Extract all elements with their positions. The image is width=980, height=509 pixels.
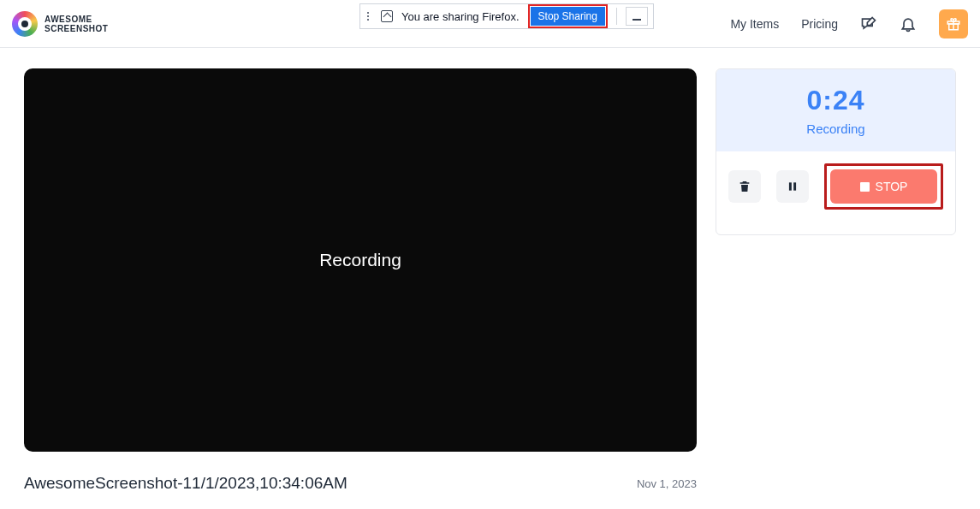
recording-timer: 0:24: [725, 85, 947, 116]
stage-label: Recording: [319, 250, 401, 270]
recording-controls: STOP: [716, 151, 955, 222]
stop-label: STOP: [876, 180, 908, 193]
pause-icon: [787, 181, 799, 192]
brand-line2: SCREENSHOT: [45, 24, 108, 33]
main-content: Recording AwesomeScreenshot-11/1/2023,10…: [0, 48, 980, 509]
brand-logo-icon: [12, 11, 38, 37]
video-column: Recording AwesomeScreenshot-11/1/2023,10…: [24, 68, 697, 493]
stop-sharing-highlight: Stop Sharing: [528, 4, 608, 28]
video-title: AwesomeScreenshot-11/1/2023,10:34:06AM: [24, 474, 347, 493]
nav-pricing[interactable]: Pricing: [801, 17, 838, 31]
svg-rect-3: [793, 182, 796, 190]
minimize-button[interactable]: [626, 7, 648, 26]
divider: [616, 8, 617, 25]
stop-button-highlight: STOP: [824, 163, 943, 210]
gift-button[interactable]: [939, 9, 968, 38]
video-date: Nov 1, 2023: [637, 477, 697, 490]
svg-rect-2: [789, 182, 792, 190]
brand[interactable]: AWESOME SCREENSHOT: [12, 11, 108, 37]
recording-status-label: Recording: [725, 121, 947, 136]
nav-right: My Items Pricing: [730, 9, 968, 38]
video-meta: AwesomeScreenshot-11/1/2023,10:34:06AM N…: [24, 452, 697, 493]
feedback-icon[interactable]: [860, 15, 877, 33]
top-bar: AWESOME SCREENSHOT You are sharing Firef…: [0, 0, 980, 48]
video-stage: Recording: [24, 68, 697, 452]
stop-recording-button[interactable]: STOP: [830, 169, 937, 204]
brand-text: AWESOME SCREENSHOT: [45, 15, 108, 33]
nav-my-items[interactable]: My Items: [730, 17, 779, 31]
notifications-icon[interactable]: [900, 15, 917, 33]
trash-icon: [738, 180, 751, 193]
share-screen-icon: [381, 10, 393, 22]
recording-status-area: 0:24 Recording: [716, 69, 955, 151]
stop-sharing-button[interactable]: Stop Sharing: [531, 7, 605, 26]
grip-icon[interactable]: [367, 12, 369, 21]
sharing-message: You are sharing Firefox.: [401, 10, 520, 23]
brand-line1: AWESOME: [45, 15, 108, 24]
recording-panel: 0:24 Recording STOP: [716, 68, 956, 235]
pause-button[interactable]: [776, 170, 809, 203]
delete-button[interactable]: [728, 170, 761, 203]
stop-icon: [860, 182, 870, 192]
sharing-indicator: You are sharing Firefox. Stop Sharing: [359, 3, 654, 29]
